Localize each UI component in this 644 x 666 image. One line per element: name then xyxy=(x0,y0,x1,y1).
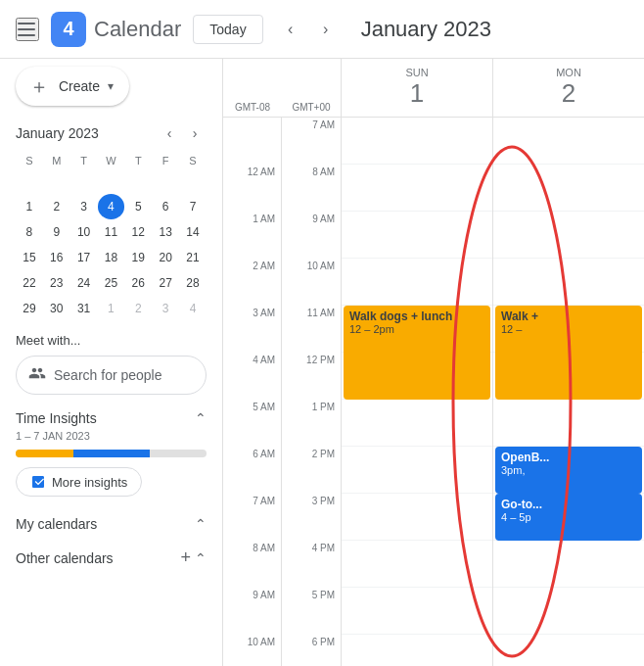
time-slot-right: 12 PM xyxy=(282,353,341,400)
prev-arrow[interactable]: ‹ xyxy=(275,14,306,45)
add-other-calendar-button[interactable]: + xyxy=(180,547,191,568)
time-slot-left: 12 AM xyxy=(223,165,282,212)
time-insights-section: Time Insights ⌃ 1 – 7 JAN 2023 More insi… xyxy=(16,410,207,497)
mini-cal-day[interactable]: 5 xyxy=(124,194,152,219)
mini-cal-day[interactable]: 6 xyxy=(152,194,179,219)
my-calendars-section: My calendars ⌃ xyxy=(16,512,207,536)
calendar-event[interactable]: Walk +12 – xyxy=(495,306,642,400)
more-insights-button[interactable]: More insights xyxy=(16,467,142,497)
mini-cal-prev[interactable]: ‹ xyxy=(158,121,181,145)
calendar-event[interactable]: Walk dogs + lunch12 – 2pm xyxy=(344,306,490,400)
mini-cal-day[interactable]: 3 xyxy=(70,194,98,219)
time-slot-left: 10 AM xyxy=(223,635,282,666)
day-col-1[interactable]: Walk dogs + lunch12 – 2pm xyxy=(341,118,492,666)
mini-cal-day[interactable]: 10 xyxy=(70,219,98,245)
meet-section: Meet with... Search for people xyxy=(16,333,207,395)
mini-cal-dow: T xyxy=(70,153,98,168)
mini-cal-day[interactable]: 1 xyxy=(16,194,43,219)
calendar-event[interactable]: OpenB...3pm, xyxy=(495,447,642,494)
mini-cal-day[interactable]: 27 xyxy=(152,270,179,296)
mini-cal-day[interactable]: 29 xyxy=(16,296,43,321)
mini-cal-day[interactable]: 25 xyxy=(98,270,125,296)
mini-cal-dow: S xyxy=(16,153,43,168)
search-people-label: Search for people xyxy=(54,367,162,383)
day-col-2[interactable]: Walk +12 –OpenB...3pm,Go-to...4 – 5p xyxy=(492,118,644,666)
insights-bar-yellow xyxy=(16,450,73,457)
hour-line xyxy=(342,447,492,494)
mini-cal-day[interactable] xyxy=(70,168,98,194)
hour-line xyxy=(342,588,492,635)
mini-cal-day[interactable]: 13 xyxy=(152,219,179,245)
calendar-container: GMT-08 GMT+00 SUN 1 MON 2 12 AM1 AM2 AM3… xyxy=(223,59,644,666)
search-people-input[interactable]: Search for people xyxy=(16,356,207,395)
tz-right: GMT+00 xyxy=(282,59,341,117)
person-search-icon xyxy=(28,364,46,386)
mini-cal-day[interactable]: 30 xyxy=(43,296,70,321)
mini-cal-next[interactable]: › xyxy=(183,121,207,145)
mini-cal-day[interactable]: 12 xyxy=(124,219,152,245)
meet-title: Meet with... xyxy=(16,333,207,348)
mini-cal-day[interactable] xyxy=(43,168,70,194)
hour-line xyxy=(493,165,644,212)
tz-left: GMT-08 xyxy=(223,59,282,117)
mini-cal-day[interactable]: 3 xyxy=(152,296,179,321)
time-slot-right: 1 PM xyxy=(282,400,341,447)
mini-cal-day[interactable]: 7 xyxy=(179,194,207,219)
mini-cal-day[interactable] xyxy=(124,168,152,194)
mini-cal-day[interactable]: 31 xyxy=(70,296,98,321)
app-logo: 4 Calendar xyxy=(51,12,181,47)
mini-cal-day[interactable]: 19 xyxy=(124,245,152,270)
mini-cal-day[interactable]: 26 xyxy=(124,270,152,296)
time-grid: 12 AM1 AM2 AM3 AM4 AM5 AM6 AM7 AM8 AM9 A… xyxy=(223,118,644,666)
mini-cal-day[interactable] xyxy=(16,168,43,194)
time-slot-right: 8 AM xyxy=(282,165,341,212)
other-calendars-header[interactable]: Other calendars + ⌃ xyxy=(16,544,207,572)
mini-cal-day[interactable]: 1 xyxy=(98,296,125,321)
mini-cal-day[interactable]: 24 xyxy=(70,270,98,296)
hour-line xyxy=(342,635,492,666)
time-slot-left: 4 AM xyxy=(223,353,282,400)
my-calendars-title: My calendars xyxy=(16,516,97,532)
mini-cal-day[interactable]: 8 xyxy=(16,219,43,245)
day-name-mon: MON xyxy=(556,67,581,78)
other-calendars-collapse-icon: ⌃ xyxy=(195,550,207,566)
insights-header: Time Insights ⌃ xyxy=(16,410,207,426)
time-slot-left: 1 AM xyxy=(223,212,282,259)
mini-cal-day[interactable]: 23 xyxy=(43,270,70,296)
hour-line xyxy=(342,118,492,165)
mini-cal-day[interactable]: 28 xyxy=(179,270,207,296)
create-button[interactable]: ＋ Create ▾ xyxy=(16,67,129,106)
mini-cal-day[interactable]: 21 xyxy=(179,245,207,270)
mini-cal-day[interactable]: 16 xyxy=(43,245,70,270)
next-arrow[interactable]: › xyxy=(310,14,342,45)
mini-calendar: January 2023 ‹ › SMTWTFS 123456789101112… xyxy=(16,121,207,321)
mini-cal-day[interactable]: 18 xyxy=(98,245,125,270)
mini-cal-day[interactable]: 17 xyxy=(70,245,98,270)
mini-cal-day[interactable]: 22 xyxy=(16,270,43,296)
mini-cal-day[interactable]: 2 xyxy=(124,296,152,321)
mini-cal-day[interactable]: 9 xyxy=(43,219,70,245)
mini-cal-day[interactable]: 14 xyxy=(179,219,207,245)
mini-cal-day[interactable]: 11 xyxy=(98,219,125,245)
my-calendars-header[interactable]: My calendars ⌃ xyxy=(16,512,207,536)
mini-cal-day[interactable]: 2 xyxy=(43,194,70,219)
mini-cal-day[interactable]: 4 xyxy=(98,194,125,219)
day-header-sun: SUN 1 xyxy=(341,59,492,117)
time-slot-left: 7 AM xyxy=(223,494,282,541)
other-calendars-section: Other calendars + ⌃ xyxy=(16,544,207,572)
menu-button[interactable] xyxy=(16,18,39,41)
mini-cal-day[interactable] xyxy=(179,168,207,194)
time-col-right: 7 AM8 AM9 AM10 AM11 AM12 PM1 PM2 PM3 PM4… xyxy=(282,118,341,666)
mini-cal-day[interactable] xyxy=(152,168,179,194)
mini-cal-day[interactable] xyxy=(98,168,125,194)
mini-cal-day[interactable]: 20 xyxy=(152,245,179,270)
insights-collapse-icon[interactable]: ⌃ xyxy=(195,410,207,426)
calendar-event[interactable]: Go-to...4 – 5p xyxy=(495,494,642,541)
hour-line xyxy=(493,259,644,306)
today-button[interactable]: Today xyxy=(193,15,262,44)
hour-line xyxy=(342,400,492,447)
hour-line xyxy=(342,165,492,212)
mini-cal-day[interactable]: 15 xyxy=(16,245,43,270)
time-slot-left: 5 AM xyxy=(223,400,282,447)
mini-cal-day[interactable]: 4 xyxy=(179,296,207,321)
